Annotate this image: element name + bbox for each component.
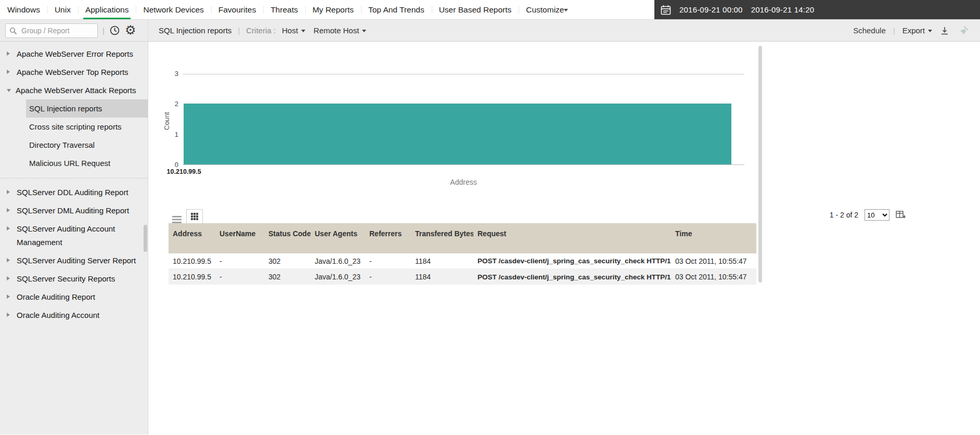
tab-customize[interactable]: Customize [519,0,575,19]
column-header-time[interactable]: Time [671,223,756,253]
sidebar-item-label: Apache WebServer Error Reports [17,47,144,61]
gear-icon[interactable]: ⚙ [125,24,136,36]
sidebar-tree: Apache WebServer Error ReportsApache Web… [0,45,148,324]
list-view-button[interactable] [172,216,182,223]
date-to[interactable]: 2016-09-21 14:20 [751,5,815,14]
chevron-down-icon [564,9,568,14]
column-header-status-code[interactable]: Status Code [264,223,311,253]
separator: | [102,26,105,35]
cell: 03 Oct 2011, 10:55:47 [671,257,756,265]
sidebar-scrollbar[interactable] [144,225,147,252]
sidebar-item-apache-webserver-attack-reports[interactable]: Apache WebServer Attack Reports [0,81,148,99]
chevron-down-icon [928,30,932,34]
sidebar-item-oracle-auditing-account[interactable]: Oracle Auditing Account [0,306,148,324]
column-header-user-agents[interactable]: User Agents [311,223,365,253]
sidebar-item-label: SQLServer DDL Auditing Report [17,186,144,199]
table-header: AddressUserNameStatus CodeUser AgentsRef… [169,223,756,253]
view-switcher [172,208,203,223]
sidebar-item-oracle-auditing-report[interactable]: Oracle Auditing Report [0,288,148,306]
sidebar-item-label: Apache WebServer Top Reports [17,66,144,79]
chevron-right-icon [7,208,12,212]
chevron-down-icon [301,30,305,34]
export-button[interactable]: Export [902,26,932,35]
column-header-transfered-bytes[interactable]: Transfered Bytes [411,223,473,253]
cell: Java/1.6.0_23 [311,257,365,265]
sidebar-item-cross-site-scripting-reports[interactable]: Cross site scripting reports [26,118,148,136]
grid-view-button[interactable] [186,209,203,223]
pagination-label: 1 - 2 of 2 [830,211,858,219]
sidebar-item-sqlserver-auditing-account-management[interactable]: SQLServer Auditing Account Management [0,220,148,251]
chart-plot [183,74,744,165]
chevron-right-icon [7,276,12,280]
cell: Java/1.6.0_23 [311,273,365,281]
history-icon[interactable] [109,25,120,36]
download-icon[interactable] [939,25,950,36]
criteria-filters: HostRemote Host [282,26,366,35]
sidebar-item-label: SQLServer Auditing Account Management [17,222,144,249]
tab-unix[interactable]: Unix [47,0,78,19]
scrollbar[interactable] [758,46,762,283]
cell: - [365,273,411,281]
cell: 1184 [411,273,473,281]
tab-network-devices[interactable]: Network Devices [136,0,211,19]
cell: 10.210.99.5 [169,257,215,265]
page-size-select[interactable]: 10 [865,209,889,221]
sidebar-item-malicious-url-request[interactable]: Malicious URL Request [26,154,148,172]
sidebar-item-sqlserver-ddl-auditing-report[interactable]: SQLServer DDL Auditing Report [0,183,148,201]
sidebar-item-apache-webserver-error-reports[interactable]: Apache WebServer Error Reports [0,45,148,63]
cell: 10.210.99.5 [169,273,215,281]
calendar-icon[interactable] [661,5,671,15]
column-header-address[interactable]: Address [169,223,215,253]
sidebar-item-directory-traversal[interactable]: Directory Traversal [26,136,148,154]
cell: 302 [264,273,311,281]
table-options-icon[interactable] [896,211,906,220]
sidebar-item-sqlserver-dml-auditing-report[interactable]: SQLServer DML Auditing Report [0,201,148,220]
filter-host[interactable]: Host [282,26,305,35]
sidebar-item-label: Oracle Auditing Report [17,290,144,304]
column-header-referrers[interactable]: Referrers [365,223,411,253]
export-label: Export [902,26,925,35]
table-row: 10.210.99.5-302Java/1.6.0_23-1184POST /c… [169,269,756,285]
chevron-right-icon [7,258,12,262]
table-row: 10.210.99.5-302Java/1.6.0_23-1184POST /c… [169,253,756,269]
broom-icon[interactable] [957,25,970,36]
cell: POST /casdev-client/j_spring_cas_securit… [473,273,671,281]
chevron-right-icon [7,52,12,56]
chevron-down-icon [7,89,11,94]
filter-label: Remote Host [314,26,359,35]
search-input[interactable] [5,23,98,38]
y-ticks: 3210 [148,70,178,169]
tab-user-based-reports[interactable]: User Based Reports [432,0,519,19]
sidebar-item-sql-injection-reports[interactable]: SQL Injection reports [26,99,148,118]
filter-remote-host[interactable]: Remote Host [314,26,367,35]
tab-applications[interactable]: Applications [78,0,136,19]
tab-threats[interactable]: Threats [263,0,305,19]
cell: - [365,257,411,265]
cell: 302 [264,257,311,265]
pagination-bar: 1 - 2 of 2 10 [830,209,906,221]
column-header-request[interactable]: Request [473,223,671,253]
chevron-right-icon [7,70,12,74]
date-range-bar: 2016-09-21 00:00 2016-09-21 14:20 [654,0,980,19]
top-navigation: WindowsUnixApplicationsNetwork DevicesFa… [0,0,980,20]
sidebar-item-sqlserver-security-reports[interactable]: SQLServer Security Reports [0,270,148,288]
schedule-button[interactable]: Schedule [853,26,886,35]
sidebar-item-label: Oracle Auditing Account [17,309,144,322]
sidebar-item-label: SQLServer Auditing Server Report [17,254,144,267]
cell: 1184 [411,257,473,265]
chevron-right-icon [7,313,12,317]
cell: 03 Oct 2011, 10:55:47 [671,273,756,281]
customize-label: Customize [526,5,564,15]
y-tick-label: 1 [175,131,178,139]
date-from[interactable]: 2016-09-21 00:00 [679,5,743,14]
criteria-label: Criteria : [246,26,276,35]
cell: POST /casdev-client/j_spring_cas_securit… [473,257,671,265]
tab-my-reports[interactable]: My Reports [305,0,361,19]
x-axis-label: Address [183,178,744,186]
sidebar-item-apache-webserver-top-reports[interactable]: Apache WebServer Top Reports [0,63,148,81]
column-header-username[interactable]: UserName [215,223,264,253]
tab-windows[interactable]: Windows [0,0,47,19]
tab-favourites[interactable]: Favourites [211,0,263,19]
tab-top-and-trends[interactable]: Top And Trends [361,0,432,19]
sidebar-item-sqlserver-auditing-server-report[interactable]: SQLServer Auditing Server Report [0,251,148,270]
